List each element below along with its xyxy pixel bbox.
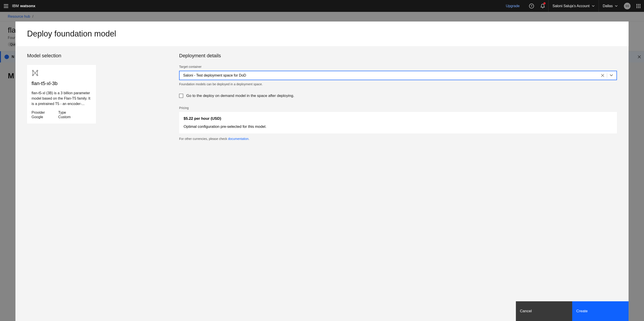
create-button[interactable]: Create (572, 301, 628, 321)
modal-footer: Cancel Create (16, 301, 628, 321)
svg-text:?: ? (531, 5, 532, 8)
target-container-hint: Foundation models can be deployed in a d… (179, 82, 617, 86)
checkbox-label: Go to the deploy on demand model in the … (186, 94, 294, 98)
svg-point-6 (638, 6, 639, 7)
help-button[interactable]: ? (526, 0, 537, 12)
svg-point-2 (636, 4, 637, 5)
clear-icon[interactable] (598, 74, 607, 77)
pricing-price: $5.22 per hour (USD) (184, 116, 612, 121)
provider-label: Provider (32, 111, 45, 115)
deploy-modal: Deploy foundation model Model selection … (16, 22, 628, 321)
brand[interactable]: IBM watsonx (12, 4, 35, 8)
brand-name: watsonx (20, 4, 35, 8)
documentation-link[interactable]: documentation (228, 137, 249, 141)
pricing-label: Pricing (179, 106, 617, 110)
model-meta: Provider Google Type Custom (32, 111, 92, 119)
type-col: Type Custom (58, 111, 71, 119)
chevron-down-icon[interactable] (607, 74, 613, 77)
avatar[interactable]: SS (624, 3, 630, 10)
notifications-button[interactable] (537, 0, 548, 12)
pricing-card: $5.22 per hour (USD) Optimal configurati… (179, 112, 617, 133)
account-name: Saloni Saluja's Account (552, 4, 590, 8)
pricing-note: For other currencies, please check docum… (179, 137, 617, 141)
svg-point-8 (636, 7, 637, 8)
deployment-details-section: Deployment details Target container Salo… (179, 53, 617, 294)
target-container-label: Target container (179, 65, 617, 69)
cancel-button[interactable]: Cancel (516, 301, 572, 321)
deployment-details-title: Deployment details (179, 53, 617, 59)
model-card[interactable]: flan-t5-xl-3b flan-t5-xl (3B) is a 3 bil… (27, 65, 96, 124)
brand-prefix: IBM (12, 4, 19, 8)
pricing-section: Pricing $5.22 per hour (USD) Optimal con… (179, 106, 617, 141)
top-header: IBM watsonx Upgrade ? Saloni Saluja's Ac… (0, 0, 644, 12)
model-name: flan-t5-xl-3b (32, 81, 92, 86)
hamburger-icon (4, 4, 8, 8)
svg-point-4 (640, 4, 640, 5)
provider-col: Provider Google (32, 111, 45, 119)
pricing-note-text: For other currencies, please check (179, 137, 228, 141)
pricing-period: . (249, 137, 250, 141)
chevron-down-icon (592, 5, 594, 7)
region-name: Dallas (603, 4, 613, 8)
chevron-down-icon (615, 5, 618, 7)
modal-body: Model selection flan-t5-xl-3b flan-t5-xl… (16, 46, 628, 301)
upgrade-link[interactable]: Upgrade (506, 4, 520, 8)
region-selector[interactable]: Dallas (598, 0, 622, 12)
svg-point-10 (640, 7, 640, 8)
notification-dot (544, 2, 546, 5)
target-container-select[interactable]: Saloni - Test deployment space for DoD (179, 71, 617, 80)
goto-checkbox-row[interactable]: Go to the deploy on demand model in the … (179, 94, 617, 98)
type-label: Type (58, 111, 71, 115)
pricing-description: Optimal configuration pre-selected for t… (184, 124, 612, 129)
footer-spacer (16, 301, 516, 321)
model-selection-title: Model selection (27, 53, 170, 59)
model-description: flan-t5-xl (3B) is a 3 billion parameter… (32, 90, 92, 107)
type-value: Custom (58, 115, 71, 119)
model-selection-section: Model selection flan-t5-xl-3b flan-t5-xl… (27, 53, 179, 294)
modal-title: Deploy foundation model (27, 29, 617, 39)
svg-point-7 (640, 6, 640, 7)
checkbox-icon[interactable] (179, 94, 183, 98)
grid-icon (636, 4, 640, 8)
app-switcher[interactable] (633, 4, 644, 8)
modal-header: Deploy foundation model (16, 22, 628, 46)
help-icon: ? (529, 4, 534, 9)
target-container-value: Saloni - Test deployment space for DoD (183, 73, 598, 78)
model-icon (32, 69, 92, 77)
svg-point-3 (638, 4, 639, 5)
provider-value: Google (32, 115, 45, 119)
svg-point-9 (638, 7, 639, 8)
account-selector[interactable]: Saloni Saluja's Account (548, 0, 598, 12)
hamburger-menu[interactable] (0, 4, 12, 8)
svg-point-5 (636, 6, 637, 7)
